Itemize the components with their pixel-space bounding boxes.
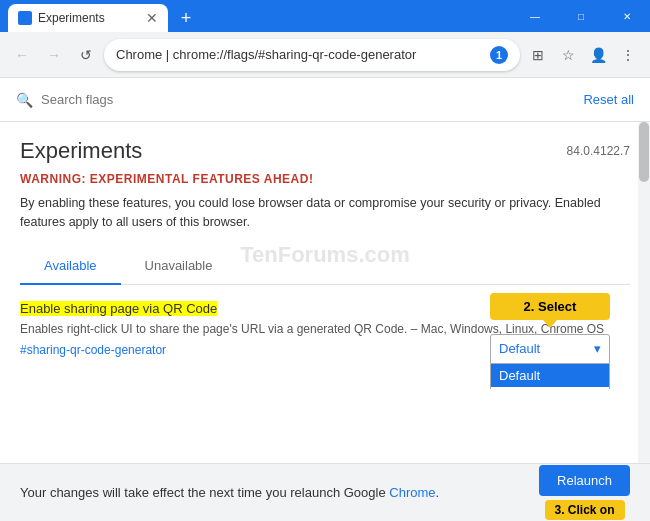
chrome-link[interactable]: Chrome (389, 485, 435, 500)
relaunch-area: Relaunch 3. Click on (539, 465, 630, 520)
content-header: Experiments 84.0.4122.7 (20, 138, 630, 164)
tab-title: Experiments (38, 11, 105, 25)
active-tab[interactable]: Experiments ✕ (8, 4, 168, 32)
url-badge: 1 (490, 46, 508, 64)
option-enabled[interactable]: Enabled (491, 387, 609, 389)
url-text: Chrome | chrome://flags/#sharing-qr-code… (116, 47, 486, 62)
title-bar: Experiments ✕ + — □ ✕ (0, 0, 650, 32)
back-button[interactable]: ← (8, 41, 36, 69)
dropdown-options: Default Enabled Disabled (490, 364, 610, 389)
close-button[interactable]: ✕ (604, 0, 650, 32)
menu-icon[interactable]: ⋮ (614, 41, 642, 69)
description-text: By enabling these features, you could lo… (20, 194, 630, 232)
select-label: 2. Select (490, 293, 610, 320)
feature-title: Enable sharing page via QR Code (20, 301, 217, 316)
feature-link[interactable]: #sharing-qr-code-generator (20, 343, 166, 357)
search-bar: 🔍 Reset all (0, 78, 650, 122)
main-content: TenForums.com Experiments 84.0.4122.7 WA… (0, 122, 650, 389)
reload-button[interactable]: ↺ (72, 41, 100, 69)
window-controls: — □ ✕ (512, 0, 650, 32)
tab-favicon (18, 11, 32, 25)
forward-button[interactable]: → (40, 41, 68, 69)
search-icon: 🔍 (16, 92, 33, 108)
click-on-label: 3. Click on (545, 500, 625, 520)
tabs-bar: Available Unavailable (20, 248, 630, 285)
dropdown-container: 2. Select Default ▾ Default Enabled Disa… (490, 293, 610, 389)
dropdown-current-value: Default (499, 341, 540, 356)
bookmark-icon[interactable]: ☆ (554, 41, 582, 69)
search-input[interactable] (41, 92, 575, 107)
tab-unavailable[interactable]: Unavailable (121, 248, 237, 285)
profile-icon[interactable]: 👤 (584, 41, 612, 69)
url-bar[interactable]: Chrome | chrome://flags/#sharing-qr-code… (104, 39, 520, 71)
warning-text: WARNING: EXPERIMENTAL FEATURES AHEAD! (20, 172, 630, 186)
tab-available[interactable]: Available (20, 248, 121, 285)
reset-all-button[interactable]: Reset all (583, 92, 634, 107)
address-bar: ← → ↺ Chrome | chrome://flags/#sharing-q… (0, 32, 650, 78)
page-title: Experiments (20, 138, 142, 164)
bottom-bar: Your changes will take effect the next t… (0, 463, 650, 521)
bottom-message: Your changes will take effect the next t… (20, 485, 439, 500)
new-tab-button[interactable]: + (172, 4, 200, 32)
dropdown-arrow-icon: ▾ (594, 341, 601, 356)
maximize-button[interactable]: □ (558, 0, 604, 32)
dropdown-trigger[interactable]: Default ▾ (490, 334, 610, 364)
version-label: 84.0.4122.7 (567, 144, 630, 158)
tab-close-button[interactable]: ✕ (146, 11, 158, 25)
minimize-button[interactable]: — (512, 0, 558, 32)
extensions-icon[interactable]: ⊞ (524, 41, 552, 69)
feature-section: Enable sharing page via QR Code Enables … (20, 285, 630, 373)
option-default[interactable]: Default (491, 364, 609, 387)
toolbar-icons: ⊞ ☆ 👤 ⋮ (524, 41, 642, 69)
relaunch-button[interactable]: Relaunch (539, 465, 630, 496)
